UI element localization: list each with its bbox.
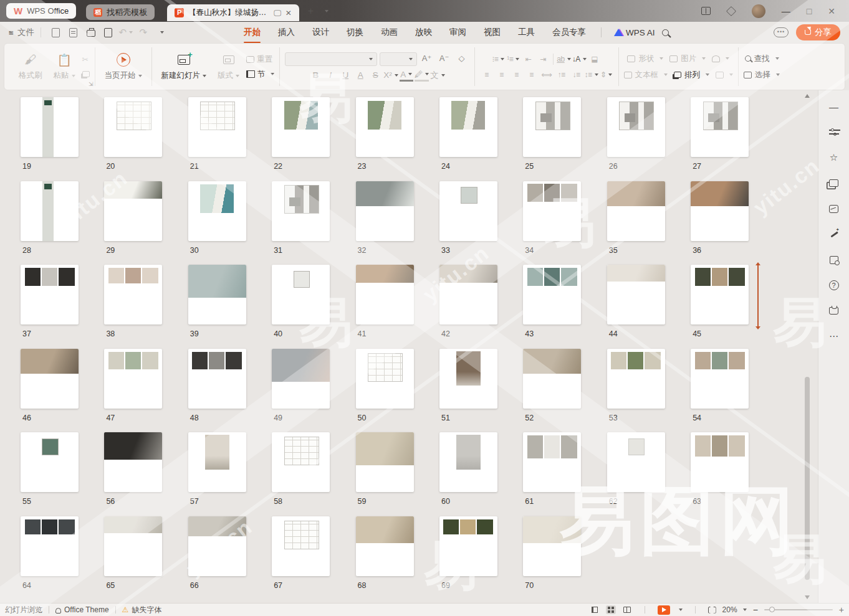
fill-color-button[interactable] xyxy=(712,52,729,65)
slide-thumbnail-47[interactable] xyxy=(104,349,162,409)
decrease-indent-button[interactable]: ⇤ xyxy=(521,53,535,65)
slide-cell[interactable]: 68 xyxy=(356,516,415,600)
slide-cell[interactable]: 21 xyxy=(188,97,247,181)
user-avatar[interactable] xyxy=(752,4,765,18)
slide-thumbnail-29[interactable] xyxy=(104,181,162,241)
close-tab-icon[interactable]: ✕ xyxy=(285,9,292,17)
slide-cell[interactable]: 59 xyxy=(356,432,415,516)
scroll-up-icon[interactable] xyxy=(805,94,810,98)
slide-cell[interactable]: 41 xyxy=(356,265,415,349)
slide-thumbnail-25[interactable] xyxy=(523,97,581,157)
char-border-button[interactable]: A xyxy=(353,69,367,82)
underline-button[interactable]: U xyxy=(338,69,352,82)
slide-cell[interactable]: 67 xyxy=(272,516,330,600)
skin-theme-icon[interactable] xyxy=(828,202,840,215)
copy-button[interactable] xyxy=(82,69,90,80)
scroll-down-icon[interactable] xyxy=(805,595,810,599)
slide-cell[interactable]: 43 xyxy=(523,265,582,349)
slide-thumbnail-40[interactable] xyxy=(272,265,330,325)
align-left-button[interactable]: ≡ xyxy=(480,69,494,81)
vertical-text-button[interactable]: ↓A xyxy=(572,53,587,65)
slide-cell[interactable]: 58 xyxy=(272,432,330,516)
slide-cell[interactable]: 19 xyxy=(21,97,79,181)
slide-thumbnail-36[interactable] xyxy=(691,181,749,241)
slide-thumbnail-30[interactable] xyxy=(188,181,246,241)
help-icon[interactable]: ? xyxy=(828,279,840,291)
reading-view-button[interactable] xyxy=(622,605,632,614)
magic-wand-icon[interactable] xyxy=(828,228,840,240)
slide-cell[interactable]: 45 xyxy=(691,265,749,349)
redo-icon[interactable]: ↷ xyxy=(137,26,150,39)
slide-cell[interactable]: 56 xyxy=(104,432,163,516)
slide-thumbnail-41[interactable] xyxy=(356,265,414,325)
tab-active-document[interactable]: P 【春山秋水】绿城扬州售楼处 🖵 ✕ xyxy=(167,4,299,21)
highlight-color-button[interactable]: 🖉 xyxy=(415,69,429,82)
slide-cell[interactable]: 31 xyxy=(272,181,330,265)
slide-cell[interactable]: 49 xyxy=(272,349,330,433)
find-button[interactable]: 查找 xyxy=(745,52,779,65)
zoom-slider-knob[interactable] xyxy=(769,607,775,612)
new-slide-button[interactable]: 新建幻灯片 xyxy=(157,51,211,82)
slide-thumbnail-44[interactable] xyxy=(607,265,665,325)
favorites-star-icon[interactable]: ☆ xyxy=(828,151,840,164)
save-icon[interactable] xyxy=(49,26,63,39)
dialog-launcher-icon[interactable]: ⇲ xyxy=(89,81,94,87)
picture-button[interactable]: 图片 xyxy=(669,52,706,65)
slide-thumbnail-51[interactable] xyxy=(439,349,497,409)
tab-wps-office[interactable]: W WPS Office xyxy=(6,3,76,19)
tab-view[interactable]: 视图 xyxy=(475,23,509,42)
tab-insert[interactable]: 插入 xyxy=(269,23,304,42)
zoom-level[interactable]: 20% xyxy=(722,605,747,614)
slide-cell[interactable]: 35 xyxy=(607,181,666,265)
slide-thumbnail-43[interactable] xyxy=(523,265,581,325)
justify-button[interactable]: ≡ xyxy=(525,69,539,81)
shapes-button[interactable]: 形状 xyxy=(627,52,663,65)
slide-cell[interactable]: 53 xyxy=(607,349,666,433)
font-name-select[interactable] xyxy=(285,52,377,66)
slide-thumbnail-26[interactable] xyxy=(607,97,665,157)
slide-cell[interactable]: 27 xyxy=(691,97,749,181)
slide-thumbnail-22[interactable] xyxy=(272,97,330,157)
slide-cell[interactable]: 64 xyxy=(21,516,79,600)
print-preview-icon[interactable] xyxy=(102,26,115,39)
slide-cell[interactable]: 57 xyxy=(188,432,247,516)
slide-cell[interactable]: 29 xyxy=(104,181,163,265)
new-tab-button[interactable]: + xyxy=(308,6,314,17)
convert-smartart-icon[interactable]: ⬓ xyxy=(588,53,602,65)
move-up-button[interactable]: ↑≡ xyxy=(555,69,568,81)
slide-cell[interactable]: 38 xyxy=(104,265,163,349)
slide-thumbnail-34[interactable] xyxy=(523,181,581,241)
slide-thumbnail-61[interactable] xyxy=(523,432,581,492)
slide-cell[interactable]: 63 xyxy=(691,432,749,516)
tab-tools[interactable]: 工具 xyxy=(509,23,544,42)
text-direction-button[interactable]: ab xyxy=(557,53,570,65)
slide-cell[interactable]: 30 xyxy=(188,181,247,265)
collapse-icon[interactable]: — xyxy=(828,100,840,113)
textbox-button[interactable]: 文本框 xyxy=(624,69,668,81)
slide-cell[interactable]: 65 xyxy=(104,516,163,600)
slide-thumbnail-50[interactable] xyxy=(356,349,414,409)
slide-thumbnail-66[interactable] xyxy=(188,516,246,576)
increase-font-button[interactable]: A⁺ xyxy=(420,52,434,65)
section-button[interactable]: 节 xyxy=(246,69,274,80)
slide-cell[interactable]: 60 xyxy=(439,432,498,516)
slide-cell[interactable]: 20 xyxy=(104,97,163,181)
slide-cell[interactable]: 36 xyxy=(691,181,749,265)
normal-view-button[interactable] xyxy=(590,605,600,614)
bold-button[interactable]: B xyxy=(309,69,322,82)
slide-thumbnail-33[interactable] xyxy=(439,181,497,241)
arrange-button[interactable]: 排列 xyxy=(674,69,709,81)
slide-thumbnail-37[interactable] xyxy=(21,265,79,325)
slide-thumbnail-46[interactable] xyxy=(21,349,79,409)
slide-thumbnail-59[interactable] xyxy=(356,432,414,492)
move-down-button[interactable]: ↓≡ xyxy=(570,69,583,81)
split-view-icon[interactable] xyxy=(701,7,711,15)
slide-cell[interactable]: 23 xyxy=(356,97,415,181)
slide-cell[interactable]: 66 xyxy=(188,516,247,600)
italic-button[interactable]: I xyxy=(324,69,337,82)
font-color-button[interactable]: A xyxy=(400,69,413,82)
line-spacing-button[interactable]: ↕≡ xyxy=(585,69,598,81)
slide-thumbnail-55[interactable] xyxy=(21,432,79,492)
layout-button[interactable]: 版式 xyxy=(213,51,244,82)
slide-cell[interactable]: 52 xyxy=(523,349,582,433)
